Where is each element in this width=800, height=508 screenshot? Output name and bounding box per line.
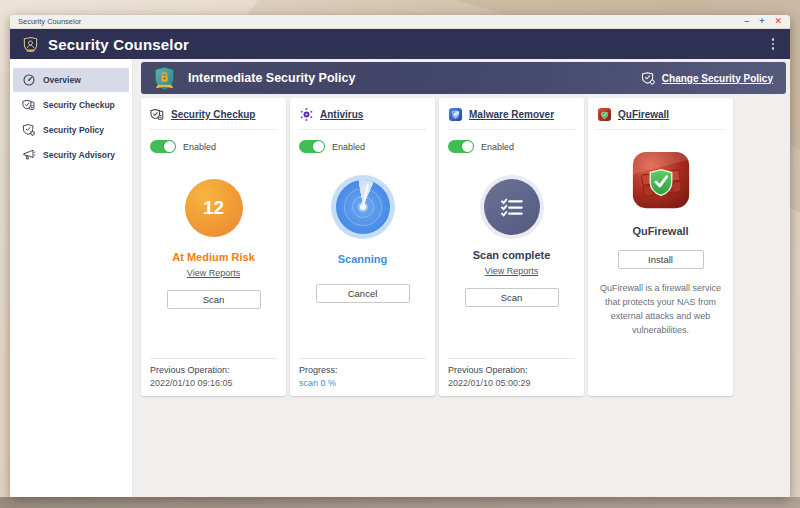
install-button[interactable]: Install (618, 250, 704, 269)
virus-icon (299, 107, 314, 122)
footer-label: Progress: (299, 365, 426, 375)
sidebar-item-overview[interactable]: Overview (13, 68, 129, 92)
card-header: Antivirus (299, 107, 426, 130)
sidebar-item-label: Overview (43, 75, 81, 85)
malware-remover-app-icon (448, 107, 463, 122)
malware-remover-toggle[interactable] (448, 140, 474, 153)
close-button[interactable]: ✕ (774, 17, 782, 26)
qufirewall-app-icon (597, 107, 612, 122)
card-header: Malware Remover (448, 107, 575, 130)
status-text: At Medium Risk (172, 251, 255, 263)
toggle-label: Enabled (183, 142, 216, 152)
view-reports-link[interactable]: View Reports (187, 268, 240, 278)
app-title: Security Counselor (48, 36, 189, 53)
window-titlebar: Security Counselor – + ✕ (10, 15, 790, 29)
sidebar-item-security-checkup[interactable]: Security Checkup (13, 93, 129, 117)
desktop-bottom-band (0, 497, 800, 508)
risk-count: 12 (203, 197, 224, 219)
shield-check-doc-icon (150, 107, 165, 122)
sidebar-item-security-advisory[interactable]: Security Advisory (13, 143, 129, 167)
footer-value: 2022/01/10 09:16:05 (150, 378, 277, 388)
card-title-link[interactable]: Antivirus (320, 109, 363, 120)
sidebar-item-label: Security Checkup (43, 100, 115, 110)
status-text: Scanning (338, 253, 388, 265)
footer-value: scan 0 % (299, 378, 426, 388)
minimize-button[interactable]: – (744, 17, 749, 26)
window-title: Security Counselor (18, 17, 81, 26)
card-header: Security Checkup (150, 107, 277, 130)
card-footer: Progress: scan 0 % (299, 358, 426, 388)
qufirewall-app-icon-large (631, 150, 691, 210)
checklist-icon (498, 194, 525, 221)
card-footer: Previous Operation: 2022/01/10 05:00:29 (448, 358, 575, 388)
banner-title: Intermediate Security Policy (188, 71, 355, 85)
scan-complete-circle (484, 179, 540, 235)
gauge-icon (22, 73, 36, 87)
card-title-link[interactable]: Security Checkup (171, 109, 255, 120)
cancel-button[interactable]: Cancel (316, 284, 410, 303)
security-counselor-badge-icon (22, 36, 39, 53)
app-description: QuFirewall is a firewall service that pr… (597, 282, 724, 338)
megaphone-icon (22, 148, 36, 162)
main-area: Intermediate Security Policy (133, 59, 790, 497)
card-qufirewall: QuFirewall (588, 98, 733, 396)
view-reports-link[interactable]: View Reports (485, 266, 538, 276)
footer-label: Previous Operation: (150, 365, 277, 375)
security-counselor-window: Security Counselor – + ✕ Security Counse… (10, 15, 790, 497)
change-security-policy-link[interactable]: Change Security Policy (641, 71, 773, 86)
toggle-label: Enabled (332, 142, 365, 152)
toggle-label: Enabled (481, 142, 514, 152)
card-security-checkup: Security Checkup Enabled 12 At Medium Ri… (141, 98, 286, 396)
risk-count-circle: 12 (185, 179, 243, 237)
security-checkup-toggle[interactable] (150, 140, 176, 153)
security-policy-banner: Intermediate Security Policy (141, 62, 786, 94)
shield-gear-icon (641, 71, 656, 86)
kebab-menu-icon[interactable] (768, 36, 779, 52)
card-antivirus: Antivirus Enabled Scanning (290, 98, 435, 396)
card-title-link[interactable]: Malware Remover (469, 109, 554, 120)
sidebar-item-label: Security Policy (43, 125, 104, 135)
sidebar-item-security-policy[interactable]: Security Policy (13, 118, 129, 142)
card-footer: Previous Operation: 2022/01/10 09:16:05 (150, 358, 277, 388)
scan-button[interactable]: Scan (465, 288, 559, 307)
app-header: Security Counselor (10, 29, 790, 59)
shield-gear-icon (22, 123, 36, 137)
scan-button[interactable]: Scan (167, 290, 261, 309)
antivirus-toggle[interactable] (299, 140, 325, 153)
change-security-policy-label: Change Security Policy (662, 73, 773, 84)
cards-row: Security Checkup Enabled 12 At Medium Ri… (141, 98, 786, 396)
sidebar: Overview Security Checkup (10, 59, 133, 497)
card-malware-remover: Malware Remover Enabled (439, 98, 584, 396)
window-controls: – + ✕ (744, 17, 782, 26)
app-name: QuFirewall (632, 225, 688, 237)
sidebar-item-label: Security Advisory (43, 150, 115, 160)
maximize-button[interactable]: + (759, 17, 764, 26)
footer-value: 2022/01/10 05:00:29 (448, 378, 575, 388)
status-text: Scan complete (473, 249, 551, 261)
scanning-radar (331, 175, 395, 239)
policy-shield-lock-icon (151, 65, 178, 92)
card-title-link[interactable]: QuFirewall (618, 109, 669, 120)
footer-label: Previous Operation: (448, 365, 575, 375)
shield-check-doc-icon (22, 98, 36, 112)
card-header: QuFirewall (597, 107, 724, 130)
